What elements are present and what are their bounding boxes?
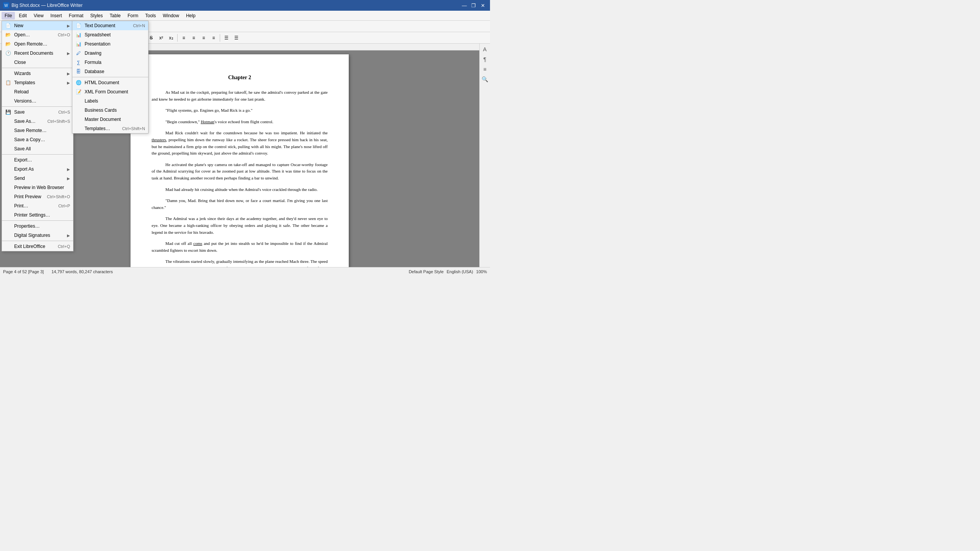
file-menu-templates[interactable]: 📋 Templates ▶ (2, 78, 73, 87)
new-drawing[interactable]: 🖊 Drawing (72, 49, 148, 58)
exit-shortcut: Ctrl+Q (58, 244, 70, 249)
print-icon (5, 203, 11, 209)
open-icon: 📂 (5, 32, 11, 38)
new-xml-form[interactable]: 📝 XML Form Document (72, 87, 148, 96)
file-menu-save[interactable]: 💾 Save Ctrl+S (2, 108, 73, 117)
file-menu-open[interactable]: 📂 Open… Ctrl+O (2, 30, 73, 39)
save-all-icon (5, 146, 11, 152)
save-as-icon (5, 118, 11, 124)
templates-icon: 📋 (5, 80, 11, 86)
master-doc-icon (75, 116, 82, 122)
file-menu-save-as[interactable]: Save As… Ctrl+Shift+S (2, 117, 73, 126)
new-database[interactable]: 🗄 Database (72, 67, 148, 76)
open-remote-icon: 📂 (5, 41, 11, 47)
save-copy-icon (5, 137, 11, 143)
save-remote-label: Save Remote… (14, 128, 70, 133)
wizards-arrow: ▶ (67, 72, 70, 76)
send-icon (5, 175, 11, 181)
sep-a (2, 68, 73, 68)
file-menu-preview-web[interactable]: Preview in Web Browser (2, 183, 73, 192)
xml-form-icon: 📝 (75, 89, 82, 95)
text-doc-icon: 📄 (75, 23, 82, 29)
new-icon: 📄 (5, 23, 11, 29)
new-master-doc[interactable]: Master Document (72, 115, 148, 124)
file-menu-save-remote[interactable]: Save Remote… (2, 126, 73, 135)
file-menu-new[interactable]: 📄 New ▶ (2, 21, 73, 30)
sep-d (2, 220, 73, 221)
file-menu-print[interactable]: Print… Ctrl+P (2, 201, 73, 210)
file-menu-export[interactable]: Export… (2, 155, 73, 165)
send-arrow: ▶ (67, 176, 70, 181)
new-html-doc[interactable]: 🌐 HTML Document (72, 78, 148, 87)
new-formula[interactable]: ∑ Formula (72, 58, 148, 67)
text-doc-label: Text Document (85, 23, 130, 28)
new-business-cards[interactable]: Business Cards (72, 106, 148, 115)
file-menu-save-copy[interactable]: Save a Copy… (2, 135, 73, 144)
file-menu-close[interactable]: Close (2, 58, 73, 67)
new-submenu: 📄 Text Document Ctrl+N 📊 Spreadsheet 📊 P… (72, 21, 149, 134)
new-presentation[interactable]: 📊 Presentation (72, 39, 148, 49)
preview-web-label: Preview in Web Browser (14, 185, 70, 190)
templates-sub-shortcut: Ctrl+Shift+N (122, 126, 145, 131)
properties-label: Properties… (14, 223, 70, 229)
file-menu-recent[interactable]: 🕐 Recent Documents ▶ (2, 49, 73, 58)
digital-signatures-icon (5, 232, 11, 238)
file-menu-save-all[interactable]: Save All (2, 144, 73, 153)
wizards-label: Wizards (14, 71, 64, 76)
new-arrow: ▶ (67, 24, 70, 28)
digital-signatures-arrow: ▶ (67, 233, 70, 238)
save-copy-label: Save a Copy… (14, 137, 70, 142)
exit-icon (5, 243, 11, 249)
business-cards-icon (75, 107, 82, 113)
save-all-label: Save All (14, 146, 70, 152)
file-menu-open-remote[interactable]: 📂 Open Remote… (2, 39, 73, 49)
printer-settings-label: Printer Settings… (14, 212, 70, 218)
file-menu-properties[interactable]: Properties… (2, 222, 73, 231)
export-as-label: Export As (14, 166, 64, 172)
new-templates[interactable]: Templates… Ctrl+Shift+N (72, 124, 148, 133)
file-menu-print-preview[interactable]: Print Preview Ctrl+Shift+O (2, 192, 73, 201)
html-doc-label: HTML Document (85, 80, 145, 85)
presentation-icon: 📊 (75, 41, 82, 47)
recent-label: Recent Documents (14, 51, 64, 56)
labels-icon (75, 98, 82, 104)
sep-c (2, 154, 73, 155)
business-cards-label: Business Cards (85, 108, 145, 113)
export-icon (5, 157, 11, 163)
export-as-arrow: ▶ (67, 167, 70, 171)
versions-icon (5, 98, 11, 104)
sep-e (2, 241, 73, 241)
file-menu-digital-signatures[interactable]: Digital Signatures ▶ (2, 231, 73, 240)
new-text-doc[interactable]: 📄 Text Document Ctrl+N (72, 21, 148, 30)
text-doc-shortcut: Ctrl+N (133, 23, 145, 28)
templates-arrow: ▶ (67, 81, 70, 85)
new-label: New (14, 23, 64, 28)
new-labels[interactable]: Labels (72, 96, 148, 106)
new-spreadsheet[interactable]: 📊 Spreadsheet (72, 30, 148, 39)
file-menu-versions[interactable]: Versions… (2, 96, 73, 106)
recent-arrow: ▶ (67, 51, 70, 55)
open-shortcut: Ctrl+O (58, 33, 70, 37)
presentation-label: Presentation (85, 41, 145, 47)
close-label: Close (14, 60, 70, 65)
formula-label: Formula (85, 60, 145, 65)
file-menu-exit[interactable]: Exit LibreOffice Ctrl+Q (2, 242, 73, 251)
sep-b (2, 106, 73, 107)
file-menu-reload[interactable]: Reload (2, 87, 73, 96)
preview-web-icon (5, 184, 11, 191)
print-label: Print… (14, 203, 55, 209)
close-icon (5, 59, 11, 65)
drawing-icon: 🖊 (75, 50, 82, 56)
file-menu-export-as[interactable]: Export As ▶ (2, 165, 73, 174)
database-label: Database (85, 69, 145, 74)
file-menu-wizards[interactable]: Wizards ▶ (2, 69, 73, 78)
master-doc-label: Master Document (85, 117, 145, 122)
file-menu-send[interactable]: Send ▶ (2, 174, 73, 183)
save-icon: 💾 (5, 109, 11, 115)
templates-label: Templates (14, 80, 64, 85)
submenu-sep (72, 77, 148, 77)
print-preview-label: Print Preview (14, 194, 44, 199)
menu-overlay[interactable]: 📄 New ▶ 📂 Open… Ctrl+O 📂 Open Remote… 🕐 … (0, 0, 490, 276)
file-menu-printer-settings[interactable]: Printer Settings… (2, 210, 73, 220)
export-as-icon (5, 166, 11, 172)
